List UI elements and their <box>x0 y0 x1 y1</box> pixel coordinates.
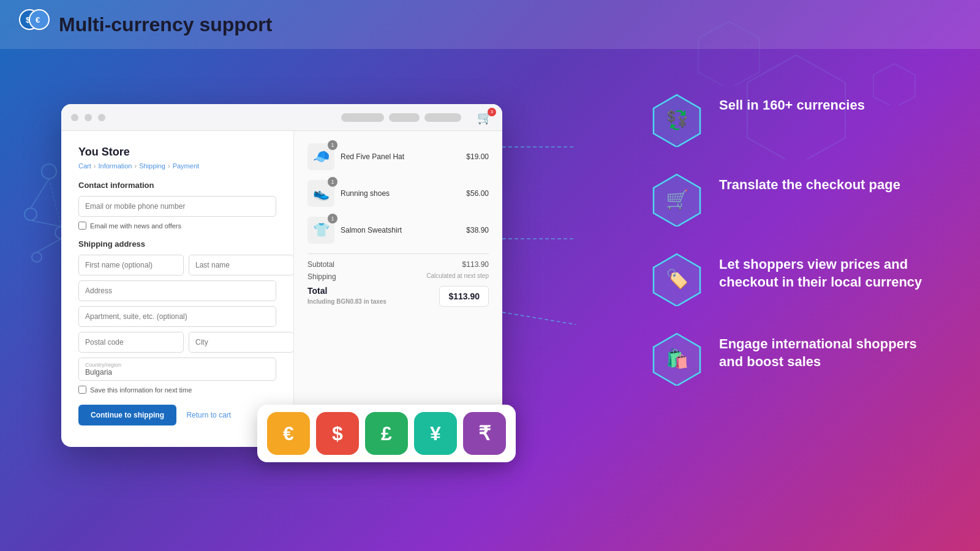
newsletter-row: Email me with news and offers <box>78 222 276 230</box>
window-content: You Store Cart › Information › Shipping … <box>61 131 502 447</box>
svg-point-10 <box>32 252 42 262</box>
feature-hex-local: 🏷️ <box>649 251 704 306</box>
header-bar: $ € Multi-currency support <box>0 0 980 49</box>
order-item-hat: 🧢 1 Red Five Panel Hat $19.00 <box>307 143 489 170</box>
svg-line-11 <box>31 179 49 208</box>
feature-text-sell: Sell in 160+ currencies <box>719 92 865 114</box>
item-img-shoes: 👟 1 <box>307 180 334 207</box>
contact-section-title: Contact information <box>78 181 276 190</box>
feature-text-local: Let shoppers view prices and checkout in… <box>719 251 943 291</box>
window-dot-2 <box>85 114 92 121</box>
newsletter-checkbox[interactable] <box>78 222 86 230</box>
save-info-label: Save this information for next time <box>90 386 192 394</box>
order-summary: 🧢 1 Red Five Panel Hat $19.00 👟 1 Runnin… <box>294 131 502 447</box>
window-dot-1 <box>71 114 78 121</box>
feature-text-engage: Engage international shoppers and boost … <box>719 331 943 370</box>
shipping-value: Calculated at next step <box>426 272 489 281</box>
item-price-shoes: $56.00 <box>466 189 489 198</box>
email-field[interactable] <box>78 196 276 217</box>
feature-title-sell: Sell in 160+ currencies <box>719 97 865 114</box>
first-name-field[interactable] <box>78 255 184 276</box>
subtotal-value: $113.90 <box>462 260 489 269</box>
breadcrumb-payment[interactable]: Payment <box>173 162 199 170</box>
yen-badge[interactable]: ¥ <box>414 412 457 455</box>
form-actions: Continue to shipping Return to cart <box>78 405 276 425</box>
price-tag-icon: 🏷️ <box>666 268 688 290</box>
item-badge-hat: 1 <box>328 140 337 150</box>
euro-badge[interactable]: € <box>267 412 310 455</box>
total-label: Total <box>307 286 327 296</box>
features-panel: 💱 Sell in 160+ currencies 🛒 Translate th… <box>649 92 943 410</box>
total-value-box: $113.90 <box>439 286 489 307</box>
currency-coins-icon: 💱 <box>666 109 688 130</box>
apartment-field[interactable] <box>78 306 276 327</box>
shopping-bag-icon: 🛍️ <box>666 348 688 369</box>
order-divider <box>307 253 489 254</box>
return-cart-button[interactable]: Return to cart <box>186 411 231 419</box>
svg-text:$: $ <box>26 15 31 24</box>
breadcrumb-information[interactable]: Information <box>98 162 132 170</box>
feature-text-translate: Translate the checkout page <box>719 171 900 194</box>
feature-title-local: Let shoppers view prices and checkout in… <box>719 256 943 291</box>
svg-text:€: € <box>36 15 40 24</box>
cart-badge: 3 <box>488 108 496 116</box>
item-img-hat: 🧢 1 <box>307 143 334 170</box>
rupee-badge[interactable]: ₹ <box>463 412 506 455</box>
order-item-shoes: 👟 1 Running shoes $56.00 <box>307 180 489 207</box>
subtotal-row: Subtotal $113.90 <box>307 260 489 269</box>
item-img-sweatshirt: 👕 1 <box>307 217 334 244</box>
postal-field[interactable] <box>78 332 184 353</box>
save-info-checkbox[interactable] <box>78 386 86 394</box>
item-price-sweatshirt: $38.90 <box>466 226 489 234</box>
feature-item-translate: 🛒 Translate the checkout page <box>649 171 943 227</box>
shipping-section-title: Shipping address <box>78 239 276 249</box>
svg-line-21 <box>502 312 576 324</box>
pound-badge[interactable]: £ <box>365 412 408 455</box>
item-badge-sweatshirt: 1 <box>328 214 337 223</box>
logo-icon: $ € <box>18 9 50 40</box>
feature-hex-sell: 💱 <box>649 92 704 147</box>
breadcrumb: Cart › Information › Shipping › Payment <box>78 162 276 170</box>
currency-row: € $ £ ¥ ₹ <box>257 405 516 462</box>
address-field[interactable] <box>78 280 276 301</box>
feature-item-local: 🏷️ Let shoppers view prices and checkout… <box>649 251 943 306</box>
continue-shipping-button[interactable]: Continue to shipping <box>78 405 176 425</box>
shipping-row: Shipping Calculated at next step <box>307 272 489 281</box>
dollar-badge[interactable]: $ <box>316 412 359 455</box>
item-badge-shoes: 1 <box>328 177 337 187</box>
item-price-hat: $19.00 <box>466 152 489 161</box>
window-dot-3 <box>98 114 105 121</box>
country-value: Bulgaria <box>85 368 112 377</box>
breadcrumb-cart[interactable]: Cart <box>78 162 91 170</box>
store-name: You Store <box>78 146 276 159</box>
cart-icon[interactable]: 🛒 3 <box>477 110 492 125</box>
page-title: Multi-currency support <box>59 13 272 36</box>
feature-item-sell: 💱 Sell in 160+ currencies <box>649 92 943 147</box>
nav-pill-2 <box>389 113 420 122</box>
name-row <box>78 255 276 276</box>
svg-line-13 <box>37 239 61 252</box>
last-name-field[interactable] <box>189 255 294 276</box>
feature-title-translate: Translate the checkout page <box>719 176 900 194</box>
save-info-row: Save this information for next time <box>78 386 276 394</box>
window-nav-pills <box>341 113 461 122</box>
window-topbar: 🛒 3 <box>61 104 502 131</box>
svg-line-12 <box>31 220 61 227</box>
feature-hex-engage: 🛍️ <box>649 331 704 386</box>
hex-deco-2 <box>692 18 766 86</box>
city-field[interactable] <box>189 332 294 353</box>
breadcrumb-shipping[interactable]: Shipping <box>139 162 165 170</box>
country-label: Country/region <box>85 362 270 368</box>
svg-line-14 <box>49 179 61 227</box>
svg-point-7 <box>42 164 56 179</box>
item-name-shoes: Running shoes <box>341 189 460 198</box>
svg-point-8 <box>24 208 37 220</box>
order-item-sweatshirt: 👕 1 Salmon Sweatshirt $38.90 <box>307 217 489 244</box>
country-field[interactable]: Country/region Bulgaria <box>78 358 276 381</box>
postal-city-row <box>78 332 276 353</box>
item-name-hat: Red Five Panel Hat <box>341 152 460 161</box>
total-row: Total Including BGN0.83 in taxes $113.90 <box>307 286 489 307</box>
nav-pill-1 <box>341 113 384 122</box>
checkout-window: 🛒 3 You Store Cart › Information › Shipp… <box>61 104 502 447</box>
total-note: Including BGN0.83 in taxes <box>307 298 386 305</box>
